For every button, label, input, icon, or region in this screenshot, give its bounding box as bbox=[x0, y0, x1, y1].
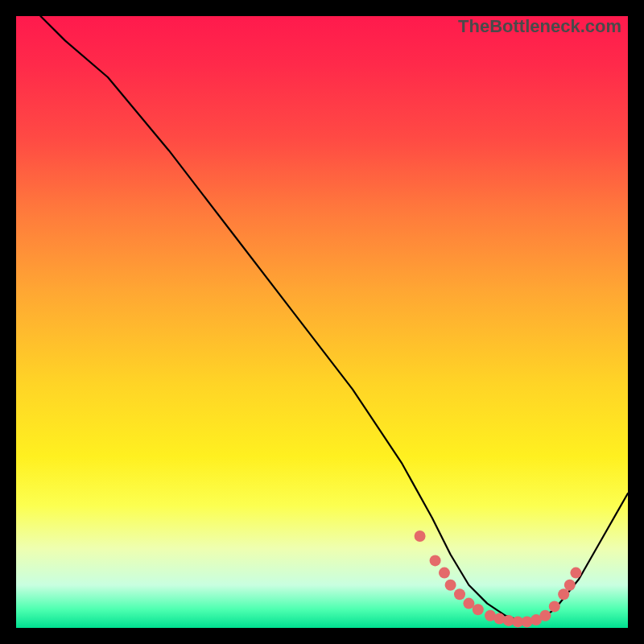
data-point bbox=[570, 568, 581, 579]
plot-area: TheBottleneck.com bbox=[16, 16, 628, 628]
data-point bbox=[539, 610, 551, 621]
curve-layer bbox=[16, 16, 628, 628]
data-point bbox=[473, 604, 484, 615]
bottleneck-curve bbox=[40, 16, 628, 621]
data-points bbox=[415, 530, 582, 627]
data-point bbox=[564, 580, 576, 591]
data-point bbox=[454, 588, 465, 600]
data-point bbox=[558, 588, 569, 600]
data-point bbox=[430, 555, 441, 566]
chart-stage: TheBottleneck.com bbox=[0, 0, 644, 644]
data-point bbox=[445, 580, 456, 591]
data-point bbox=[549, 601, 560, 612]
data-point bbox=[463, 598, 474, 609]
data-point bbox=[439, 568, 450, 579]
data-point bbox=[415, 530, 426, 542]
